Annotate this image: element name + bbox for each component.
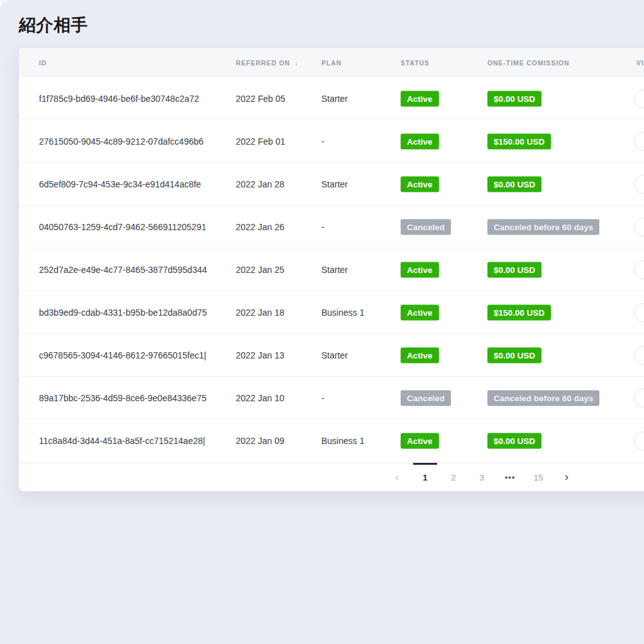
- referred-on-date: 2022 Jan 10: [236, 393, 284, 403]
- plan-name: Starter: [321, 265, 348, 275]
- visits-circle-button[interactable]: [634, 431, 644, 450]
- table-row: 89a17bbc-2536-4d59-8ce6-9e0e84336e75 202…: [19, 377, 644, 419]
- status-badge: Active: [401, 433, 439, 448]
- referral-id: 252d7a2e-e49e-4c77-8465-3877d595d344: [39, 265, 207, 275]
- pagination-page-1[interactable]: 1: [414, 464, 436, 491]
- pagination-page-15[interactable]: 15: [528, 464, 549, 491]
- referral-id: bd3b9ed9-cdab-4331-b95b-be12da8a0d75: [39, 308, 207, 318]
- column-header-visits[interactable]: VISITS: [636, 59, 644, 67]
- comission-badge: $0.00 USD: [487, 176, 541, 192]
- referral-id: f1f785c9-bd69-4946-be6f-be30748c2a72: [39, 94, 199, 104]
- status-badge: Canceled: [401, 219, 451, 235]
- status-badge: Active: [401, 133, 439, 149]
- referral-id: 04050763-1259-4cd7-9462-566911205291: [39, 222, 206, 232]
- table-row: bd3b9ed9-cdab-4331-b95b-be12da8a0d75 202…: [19, 291, 644, 334]
- comission-badge: $150.00 USD: [487, 133, 551, 149]
- pagination-page-3[interactable]: 3: [471, 464, 492, 491]
- column-header-status[interactable]: STATUS: [401, 59, 430, 67]
- visits-circle-button[interactable]: [634, 89, 644, 108]
- referral-id: c9678565-3094-4146-8612-97665015fec1|: [39, 350, 206, 360]
- plan-name: -: [321, 393, 325, 403]
- plan-name: Starter: [321, 350, 348, 360]
- table-row: 27615050-9045-4c89-9212-07dafcc496b6 202…: [19, 120, 644, 163]
- comission-badge: $0.00 USD: [487, 91, 541, 106]
- pagination-ellipsis: •••: [499, 464, 521, 491]
- pagination-next-button[interactable]: ›: [556, 464, 577, 491]
- table-header-row: ID REFERRED ON↓ PLAN STATUS ONE-TIME COM…: [19, 48, 644, 77]
- pagination-prev-button[interactable]: ‹: [386, 464, 408, 491]
- plan-name: -: [321, 222, 325, 232]
- visits-circle-button[interactable]: [634, 132, 644, 151]
- table-row: 11c8a84d-3d44-451a-8a5f-cc715214ae28| 20…: [19, 419, 644, 462]
- page-title: 紹介相手: [19, 14, 88, 36]
- table-row: 04050763-1259-4cd7-9462-566911205291 202…: [19, 206, 644, 248]
- column-header-id[interactable]: ID: [39, 59, 47, 67]
- visits-circle-button[interactable]: [634, 389, 644, 408]
- referred-on-date: 2022 Feb 01: [236, 136, 286, 147]
- plan-name: Business 1: [321, 308, 364, 318]
- plan-name: Starter: [321, 94, 348, 104]
- column-header-plan[interactable]: PLAN: [321, 59, 341, 67]
- column-header-referred-on-label: REFERRED ON: [236, 59, 290, 67]
- status-badge: Active: [401, 304, 439, 320]
- status-badge: Active: [401, 347, 439, 363]
- visits-circle-button[interactable]: [634, 175, 644, 194]
- referrals-table-card: ID REFERRED ON↓ PLAN STATUS ONE-TIME COM…: [19, 48, 644, 491]
- referred-on-date: 2022 Jan 09: [236, 436, 284, 446]
- comission-badge: $0.00 USD: [487, 347, 541, 363]
- visits-circle-button[interactable]: [634, 346, 644, 365]
- table-row: 252d7a2e-e49e-4c77-8465-3877d595d344 202…: [19, 248, 644, 291]
- referral-id: 27615050-9045-4c89-9212-07dafcc496b6: [39, 136, 204, 147]
- referred-on-date: 2022 Jan 25: [236, 265, 284, 275]
- status-badge: Active: [401, 91, 439, 106]
- referred-on-date: 2022 Jan 28: [236, 179, 284, 189]
- comission-badge: $150.00 USD: [487, 304, 551, 320]
- plan-name: -: [321, 136, 325, 147]
- status-badge: Active: [401, 262, 439, 277]
- page-background: 紹介相手 ID REFERRED ON↓ PLAN STATUS ONE-TIM…: [0, 0, 644, 644]
- pagination-pages: ‹ 1 2 3 ••• 15 ›: [386, 464, 577, 491]
- pagination-bar: ‹ 1 2 3 ••• 15 ›: [19, 463, 644, 491]
- referral-id: 6d5ef809-7c94-453e-9c34-e91d414ac8fe: [39, 179, 201, 189]
- comission-badge: Canceled before 60 days: [487, 219, 599, 235]
- column-header-one-time-comission[interactable]: ONE-TIME COMISSION: [487, 59, 570, 67]
- status-badge: Active: [401, 176, 439, 192]
- referred-on-date: 2022 Jan 26: [236, 222, 284, 232]
- visits-circle-button[interactable]: [634, 260, 644, 279]
- pagination-page-2[interactable]: 2: [443, 464, 464, 491]
- table-row: 6d5ef809-7c94-453e-9c34-e91d414ac8fe 202…: [19, 163, 644, 206]
- status-badge: Canceled: [401, 390, 451, 406]
- visits-circle-button[interactable]: [634, 303, 644, 322]
- plan-name: Business 1: [321, 436, 364, 446]
- table-row: c9678565-3094-4146-8612-97665015fec1| 20…: [19, 334, 644, 377]
- referred-on-date: 2022 Jan 13: [236, 350, 284, 360]
- column-header-referred-on[interactable]: REFERRED ON↓: [236, 59, 299, 67]
- comission-badge: $0.00 USD: [487, 262, 541, 277]
- sort-desc-icon: ↓: [294, 59, 298, 67]
- referred-on-date: 2022 Feb 05: [236, 94, 286, 104]
- visits-circle-button[interactable]: [634, 218, 644, 236]
- table-row: f1f785c9-bd69-4946-be6f-be30748c2a72 202…: [19, 77, 644, 120]
- comission-badge: $0.00 USD: [487, 433, 541, 448]
- plan-name: Starter: [321, 179, 348, 189]
- comission-badge: Canceled before 60 days: [487, 390, 599, 406]
- referral-id: 89a17bbc-2536-4d59-8ce6-9e0e84336e75: [39, 393, 206, 403]
- referred-on-date: 2022 Jan 18: [236, 308, 284, 318]
- referral-id: 11c8a84d-3d44-451a-8a5f-cc715214ae28|: [39, 436, 205, 446]
